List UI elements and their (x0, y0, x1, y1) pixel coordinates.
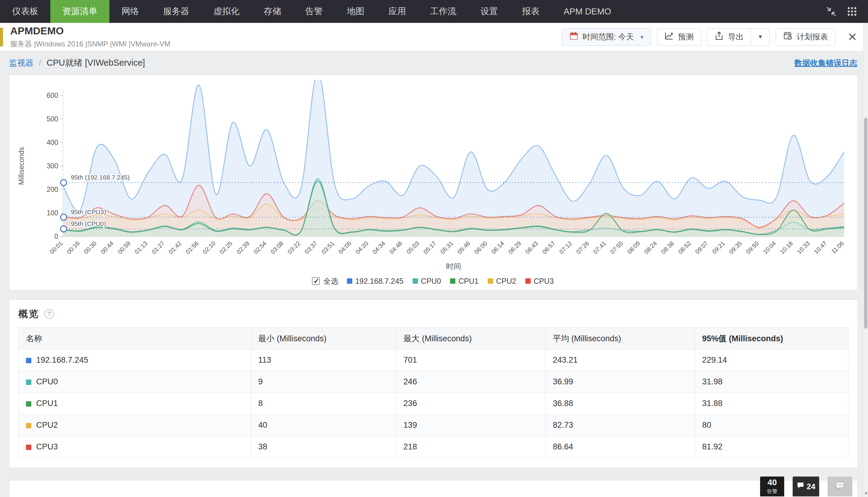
svg-text:01:27: 01:27 (150, 240, 166, 255)
export-dropdown-toggle[interactable]: ▼ (751, 28, 770, 46)
apps-grid-icon[interactable] (847, 6, 857, 17)
svg-text:00:44: 00:44 (99, 240, 115, 255)
help-icon[interactable]: ? (44, 309, 54, 319)
legend-item-4[interactable]: CPU3 (525, 277, 554, 286)
overview-title: 概览 (18, 308, 40, 320)
schedule-report-button[interactable]: 计划报表 (776, 28, 836, 46)
nav-tab-1[interactable]: 资源清单 (50, 0, 109, 23)
svg-text:08:24: 08:24 (643, 240, 658, 255)
nav-tab-9[interactable]: 工作流 (418, 0, 468, 23)
series-swatch-icon (26, 401, 31, 407)
svg-text:07:26: 07:26 (575, 240, 590, 255)
nav-tab-12[interactable]: APM DEMO (551, 0, 623, 23)
nav-tab-4[interactable]: 虚拟化 (201, 0, 252, 23)
legend-label: 192.168.7.245 (355, 277, 404, 286)
svg-text:04:05: 04:05 (337, 240, 353, 255)
svg-text:95th (CPU0): 95th (CPU0) (71, 220, 106, 227)
legend-label: CPU2 (496, 277, 516, 286)
next-section-card (9, 480, 858, 497)
cell-min: 9 (251, 371, 396, 393)
scrollbar-down-arrow-icon[interactable]: ▼ (864, 491, 868, 496)
svg-text:00:30: 00:30 (83, 240, 98, 255)
export-label: 导出 (728, 32, 743, 42)
nav-tab-11[interactable]: 报表 (510, 0, 551, 23)
collapse-fullscreen-icon[interactable] (826, 6, 837, 17)
legend-item-1[interactable]: CPU0 (412, 277, 441, 286)
svg-text:09:50: 09:50 (745, 240, 760, 255)
legend-item-2[interactable]: CPU1 (450, 277, 479, 286)
table-row[interactable]: CPU33821886.6481.92 (19, 436, 849, 458)
breadcrumb-monitors-link[interactable]: 监视器 (9, 58, 33, 68)
legend-label: CPU1 (458, 277, 479, 286)
svg-text:600: 600 (47, 91, 58, 99)
svg-text:10:33: 10:33 (796, 240, 811, 255)
nav-tab-7[interactable]: 地图 (335, 0, 376, 23)
legend-swatch-icon (488, 278, 493, 284)
table-row[interactable]: CPU0924636.9931.98 (19, 371, 849, 393)
svg-text:01:13: 01:13 (134, 240, 149, 255)
nav-tab-3[interactable]: 服务器 (151, 0, 201, 23)
legend-swatch-icon (525, 278, 531, 284)
nav-tab-6[interactable]: 告警 (293, 0, 335, 23)
close-icon[interactable]: ✕ (848, 31, 857, 43)
nav-tab-2[interactable]: 网络 (109, 0, 151, 23)
nav-tab-0[interactable]: 仪表板 (0, 0, 50, 23)
select-all-checkbox[interactable]: 全选 (312, 276, 338, 286)
overview-col-1: 最小 (Milliseconds) (251, 328, 396, 350)
select-all-label: 全选 (323, 276, 338, 286)
scrollbar-thumb[interactable] (864, 118, 867, 329)
page-header: APMDEMO 服务器 |Windows 2016 |SNMP |WMI |VM… (0, 23, 868, 51)
svg-text:时间: 时间 (446, 262, 461, 270)
series-name: CPU2 (36, 421, 58, 429)
nav-tabs: 仪表板资源清单网络服务器虚拟化存储告警地图应用工作流设置报表APM DEMO (0, 0, 623, 23)
nav-tab-10[interactable]: 设置 (468, 0, 510, 23)
svg-text:03:37: 03:37 (303, 240, 319, 255)
svg-text:06:43: 06:43 (524, 240, 540, 255)
message-badge[interactable]: 24 (793, 477, 819, 496)
export-button-group: 导出 ▼ (707, 28, 770, 46)
cell-avg: 82.73 (546, 414, 695, 436)
table-row[interactable]: CPU1823636.8831.88 (19, 393, 849, 414)
export-button[interactable]: 导出 (707, 28, 751, 46)
overview-title-row: 概览 ? (18, 308, 849, 320)
cell-p95: 229.14 (695, 350, 848, 371)
svg-text:02:54: 02:54 (252, 240, 268, 255)
vertical-scrollbar[interactable]: ▼ (863, 23, 868, 497)
legend-item-3[interactable]: CPU2 (488, 277, 516, 286)
data-collection-error-log-link[interactable]: 数据收集错误日志 (795, 58, 857, 68)
svg-text:06:14: 06:14 (490, 240, 505, 255)
svg-text:04:20: 04:20 (354, 240, 369, 255)
svg-text:09:07: 09:07 (694, 240, 709, 255)
overview-col-2: 最大 (Milliseconds) (396, 328, 546, 350)
forecast-label: 预测 (678, 32, 694, 42)
nav-tab-8[interactable]: 应用 (376, 0, 418, 23)
svg-text:00:59: 00:59 (116, 240, 132, 255)
breadcrumb: 监视器 / CPU就绪 [VIWebService] 数据收集错误日志 (0, 51, 868, 75)
svg-text:300: 300 (47, 162, 58, 170)
svg-text:04:48: 04:48 (388, 240, 404, 255)
breadcrumb-separator: / (39, 58, 41, 68)
table-row[interactable]: 192.168.7.245113701243.21229.14 (19, 350, 849, 371)
legend-item-0[interactable]: 192.168.7.245 (347, 277, 404, 286)
svg-text:400: 400 (47, 139, 58, 146)
alert-count-badge[interactable]: 40 告警 (760, 477, 784, 496)
svg-text:00:01: 00:01 (48, 240, 64, 255)
legend-label: CPU0 (421, 277, 441, 286)
table-row[interactable]: CPU24013982.7380 (19, 414, 849, 436)
svg-text:08:09: 08:09 (626, 240, 641, 255)
chart-card: 0100200300400500600Milliseconds00:0100:1… (9, 75, 858, 290)
cell-max: 246 (396, 371, 546, 393)
svg-text:02:39: 02:39 (235, 240, 251, 255)
chat-button[interactable] (828, 477, 852, 496)
time-range-select[interactable]: 时间范围: 今天 ▾ (562, 28, 651, 46)
series-swatch-icon (26, 423, 31, 428)
svg-text:05:46: 05:46 (456, 240, 471, 255)
floating-badges: 40 告警 24 (760, 477, 852, 496)
legend-label: CPU3 (534, 277, 554, 286)
svg-text:06:29: 06:29 (507, 240, 522, 255)
forecast-button[interactable]: 预测 (657, 28, 701, 46)
nav-tab-5[interactable]: 存储 (252, 0, 293, 23)
cell-name: CPU1 (19, 393, 251, 414)
cell-max: 139 (396, 414, 546, 436)
schedule-calendar-icon (783, 31, 792, 42)
